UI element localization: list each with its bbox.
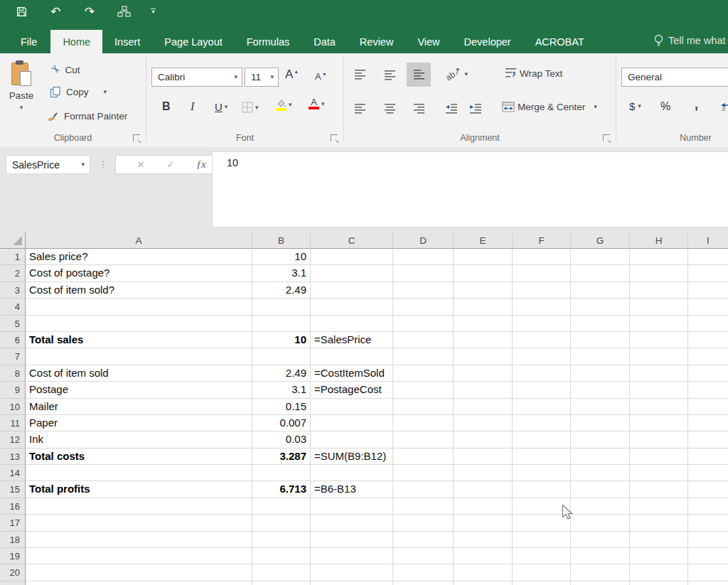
cell-b[interactable]: 0.007 (252, 415, 311, 431)
cell-e[interactable] (454, 282, 513, 299)
cell-c[interactable] (311, 431, 393, 448)
cell-i[interactable] (688, 564, 728, 581)
cell-f[interactable] (513, 332, 571, 348)
cell-c[interactable] (311, 564, 393, 581)
cell-h[interactable] (630, 249, 688, 265)
cell-f[interactable] (513, 481, 571, 498)
cell-i[interactable] (688, 249, 728, 265)
cell-a[interactable]: Sales price? (26, 249, 252, 265)
cell-i[interactable] (688, 332, 728, 348)
cell-i[interactable] (688, 316, 728, 332)
align-center-button[interactable] (384, 103, 396, 114)
decrease-indent-button[interactable] (445, 103, 458, 114)
cell-g[interactable] (571, 316, 630, 332)
column-header-b[interactable]: B (252, 232, 311, 249)
cell-e[interactable] (454, 365, 513, 382)
cell-b[interactable]: 3.1 (252, 382, 311, 398)
accounting-format-button[interactable]: $ ▾ (629, 100, 641, 112)
cell-f[interactable] (513, 415, 571, 431)
tab-file[interactable]: File (7, 30, 50, 53)
cell-b[interactable]: 10 (252, 332, 311, 348)
cell-b[interactable] (252, 564, 311, 581)
borders-caret-icon[interactable]: ▾ (255, 104, 259, 111)
cell-h[interactable] (630, 548, 688, 564)
cell-b[interactable] (252, 316, 311, 332)
tab-acrobat[interactable]: ACROBAT (523, 30, 596, 53)
cell-d[interactable] (393, 431, 454, 448)
cell-h[interactable] (630, 399, 688, 415)
cell-b[interactable]: 10 (252, 249, 311, 265)
row-header[interactable]: 18 (0, 532, 26, 548)
cell-f[interactable] (513, 399, 571, 415)
cell-h[interactable] (630, 348, 688, 365)
increase-decimal-button[interactable]: .0 (718, 100, 728, 112)
row-header[interactable]: 7 (0, 348, 26, 365)
cell-a[interactable] (26, 548, 252, 564)
cell-f[interactable] (513, 249, 571, 265)
cell-e[interactable] (454, 249, 513, 265)
cell-h[interactable] (630, 316, 688, 332)
cell-g[interactable] (571, 465, 630, 481)
document-hierarchy-icon[interactable] (117, 4, 131, 19)
cell-c[interactable] (311, 548, 393, 564)
cell-a[interactable] (26, 532, 252, 548)
cell-d[interactable] (393, 332, 454, 348)
cell-i[interactable] (688, 449, 728, 465)
cell-e[interactable] (454, 498, 513, 515)
cell-f[interactable] (513, 581, 571, 585)
cell-d[interactable] (393, 415, 454, 431)
paste-button[interactable]: Paste ▾ (4, 59, 38, 130)
cell-h[interactable] (630, 515, 688, 531)
row-header[interactable]: 2 (0, 265, 26, 281)
font-name-caret-icon[interactable]: ▾ (234, 74, 242, 80)
cell-f[interactable] (513, 365, 571, 382)
tab-view[interactable]: View (405, 30, 451, 53)
row-header[interactable]: 19 (0, 548, 26, 564)
cell-c[interactable] (311, 399, 393, 415)
cell-f[interactable] (513, 465, 571, 481)
cell-i[interactable] (688, 532, 728, 548)
cell-c[interactable] (311, 299, 393, 315)
cell-d[interactable] (393, 465, 454, 481)
cell-e[interactable] (454, 532, 513, 548)
redo-icon[interactable]: ↷ (82, 4, 97, 19)
cell-f[interactable] (513, 382, 571, 398)
cell-b[interactable]: 0.15 (252, 399, 311, 415)
cell-b[interactable]: 3.287 (252, 449, 311, 465)
save-icon[interactable] (14, 4, 28, 19)
shrink-font-button[interactable]: A▼ (315, 72, 327, 81)
row-header[interactable]: 15 (0, 481, 26, 498)
cell-f[interactable] (513, 449, 571, 465)
cell-b[interactable]: 2.49 (252, 365, 311, 382)
cell-g[interactable] (571, 332, 630, 348)
paste-caret-icon[interactable]: ▾ (20, 104, 23, 111)
row-header[interactable]: 16 (0, 498, 26, 515)
cell-g[interactable] (571, 498, 630, 515)
cell-i[interactable] (688, 299, 728, 315)
increase-indent-button[interactable] (469, 103, 482, 114)
cell-h[interactable] (630, 532, 688, 548)
tab-review[interactable]: Review (348, 30, 406, 53)
bottom-align-button[interactable] (413, 69, 425, 80)
cell-i[interactable] (688, 465, 728, 481)
cell-a[interactable] (26, 348, 252, 365)
cell-a[interactable] (26, 316, 252, 332)
insert-function-icon[interactable]: ƒx (196, 159, 205, 171)
cell-i[interactable] (688, 481, 728, 498)
row-header[interactable]: 11 (0, 415, 26, 431)
cell-a[interactable]: Total sales (26, 332, 252, 348)
row-header[interactable]: 17 (0, 515, 26, 531)
cell-a[interactable]: Total costs (26, 449, 252, 465)
cell-a[interactable] (26, 564, 252, 581)
format-painter-button[interactable]: Format Painter (47, 110, 127, 122)
cell-b[interactable]: 3.1 (252, 265, 311, 281)
cell-g[interactable] (571, 249, 630, 265)
undo-icon[interactable]: ↶ (48, 4, 63, 19)
cell-e[interactable] (454, 316, 513, 332)
fill-color-button[interactable]: ▾ (276, 99, 292, 111)
row-header[interactable]: 1 (0, 249, 26, 265)
cell-i[interactable] (688, 498, 728, 515)
cell-h[interactable] (630, 481, 688, 498)
cell-e[interactable] (454, 481, 513, 498)
cell-e[interactable] (454, 581, 513, 585)
